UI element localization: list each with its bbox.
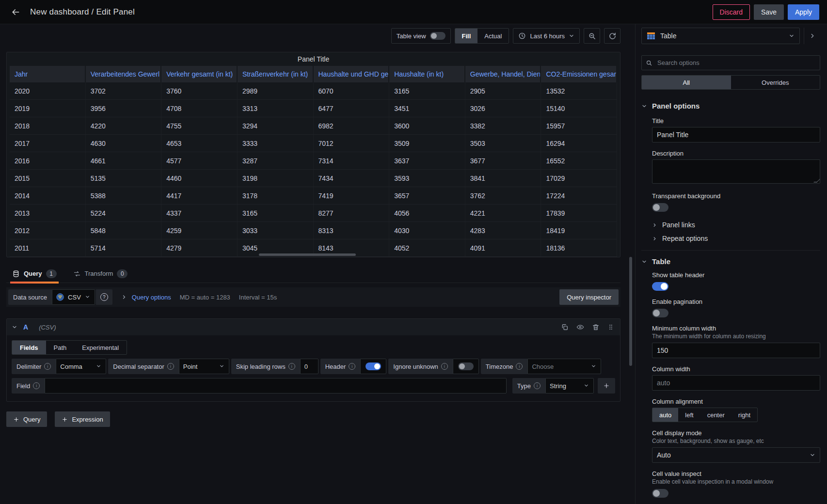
add-field-button[interactable] — [598, 378, 615, 394]
discard-button[interactable]: Discard — [713, 4, 750, 20]
header-toggle[interactable] — [366, 362, 381, 370]
panel-description-textarea[interactable] — [652, 159, 820, 184]
table-row: 201842204755329469823600338215957 — [10, 117, 617, 135]
header-toggle-cell — [360, 359, 386, 374]
breadcrumb[interactable]: New dashboard / Edit Panel — [30, 7, 135, 17]
plus-icon — [603, 382, 610, 389]
column-header[interactable]: Haushalte und GHD ge — [314, 66, 390, 82]
panel-options-section-header[interactable]: Panel options — [641, 102, 820, 110]
delete-query-trash-icon[interactable] — [592, 323, 600, 331]
query-options-link[interactable]: Query options — [132, 294, 171, 301]
column-header[interactable]: Verarbeitendes Gewerl — [86, 66, 162, 82]
column-width-input[interactable] — [652, 375, 820, 391]
skip-leading-rows-input[interactable] — [300, 359, 318, 374]
panel-title-input[interactable] — [652, 127, 820, 142]
hide-query-eye-icon[interactable] — [576, 323, 584, 331]
transparent-background-toggle[interactable] — [652, 203, 668, 212]
align-option-auto[interactable]: auto — [652, 408, 678, 422]
apply-button[interactable]: Apply — [788, 4, 819, 20]
column-header[interactable]: Haushalte (in kt) — [389, 66, 465, 82]
field-type-select[interactable]: String — [545, 378, 594, 394]
tab-transform[interactable]: Transform 0 — [71, 268, 130, 283]
skip-leading-rows-label: Skip leading rowsi — [231, 359, 300, 374]
align-option-left[interactable]: left — [678, 408, 700, 422]
table-cell: 6982 — [314, 117, 390, 134]
min-column-width-input[interactable] — [652, 343, 820, 358]
column-header[interactable]: Gewerbe, Handel, Dien — [465, 66, 541, 82]
arrow-left-icon — [11, 7, 20, 17]
timezone-select[interactable]: Choose — [527, 359, 601, 374]
add-query-button[interactable]: Query — [6, 411, 47, 427]
table-row: 201939564708331364773451302615140 — [10, 100, 617, 117]
zoom-out-button[interactable] — [584, 28, 600, 44]
tab-all[interactable]: All — [642, 76, 731, 89]
table-cell: 4283 — [465, 222, 541, 239]
subtab-path[interactable]: Path — [46, 341, 75, 354]
query-inspector-button[interactable]: Query inspector — [559, 289, 619, 305]
panel-links-section[interactable]: Panel links — [652, 221, 820, 229]
tab-query-label: Query — [24, 270, 42, 277]
show-table-header-toggle[interactable] — [652, 282, 668, 291]
save-button[interactable]: Save — [754, 4, 784, 20]
tab-query[interactable]: Query 1 — [10, 268, 59, 283]
datasource-value: CSV — [68, 294, 81, 301]
table-cell: 3033 — [238, 222, 314, 239]
visualization-picker[interactable]: Table — [641, 28, 800, 44]
enable-pagination-toggle[interactable] — [652, 309, 668, 317]
field-name-input[interactable] — [45, 378, 507, 394]
time-range-picker[interactable]: Last 6 hours — [513, 28, 580, 44]
align-option-center[interactable]: center — [700, 408, 732, 422]
table-cell: 4056 — [389, 205, 465, 221]
column-header[interactable]: Verkehr gesamt (in kt) — [161, 66, 238, 82]
datasource-help-button[interactable]: ? — [96, 289, 112, 305]
column-alignment-label: Column alignment — [652, 398, 820, 405]
table-cell: 2905 — [465, 82, 541, 99]
table-cell: 4220 — [86, 117, 162, 134]
subtab-experimental[interactable]: Experimental — [74, 341, 127, 354]
enable-pagination-label: Enable pagination — [652, 298, 820, 305]
delimiter-select[interactable]: Comma — [56, 359, 106, 374]
chevron-down-icon — [810, 452, 815, 458]
table-cell: 17029 — [541, 170, 617, 187]
tab-overrides[interactable]: Overrides — [731, 76, 820, 89]
vertical-scrollbar-thumb[interactable] — [629, 257, 632, 366]
table-view-toggle[interactable] — [430, 32, 445, 40]
horizontal-scrollbar-thumb[interactable] — [259, 253, 356, 256]
column-header[interactable]: CO2-Emissionen gesar — [541, 66, 617, 82]
repeat-options-section[interactable]: Repeat options — [652, 235, 820, 242]
query-a-header[interactable]: A (CSV) — [7, 319, 620, 335]
subtab-fields[interactable]: Fields — [12, 341, 46, 354]
column-header[interactable]: Jahr — [10, 66, 86, 82]
back-button[interactable] — [8, 4, 23, 20]
table-cell: 5224 — [86, 205, 162, 221]
table-cell: 2014 — [10, 187, 86, 204]
align-option-right[interactable]: right — [732, 408, 757, 422]
table-cell: 2013 — [10, 205, 86, 221]
fill-option[interactable]: Fill — [455, 29, 478, 43]
datasource-picker[interactable]: CSV — [52, 289, 95, 305]
cell-display-mode-select[interactable]: Auto — [652, 447, 820, 463]
ignore-unknown-toggle[interactable] — [458, 362, 474, 370]
cell-value-inspect-toggle[interactable] — [652, 489, 668, 498]
options-search-input[interactable] — [656, 59, 816, 67]
collapse-options-pane-button[interactable] — [804, 28, 820, 44]
chevron-right-icon — [652, 222, 657, 228]
chevron-down-icon — [12, 324, 17, 330]
refresh-icon — [608, 32, 617, 40]
drag-handle-icon[interactable] — [607, 323, 615, 331]
add-expression-button[interactable]: Expression — [55, 411, 110, 427]
table-cell: 3841 — [465, 170, 541, 187]
table-cell: 2989 — [238, 82, 314, 99]
table-cell: 17839 — [541, 205, 617, 221]
duplicate-query-icon[interactable] — [561, 323, 569, 331]
column-width-label: Column width — [652, 365, 820, 373]
panel-preview-title[interactable]: Panel Title — [7, 52, 620, 66]
decimal-separator-select[interactable]: Point — [179, 359, 229, 374]
table-cell: 2018 — [10, 117, 86, 134]
actual-option[interactable]: Actual — [477, 29, 509, 43]
column-header[interactable]: Straßenverkehr (in kt) — [238, 66, 314, 82]
refresh-button[interactable] — [604, 28, 620, 44]
table-options-section-header[interactable]: Table — [641, 257, 820, 266]
column-alignment-group: autoleftcenterright — [652, 408, 758, 422]
zoom-out-icon — [588, 32, 596, 40]
